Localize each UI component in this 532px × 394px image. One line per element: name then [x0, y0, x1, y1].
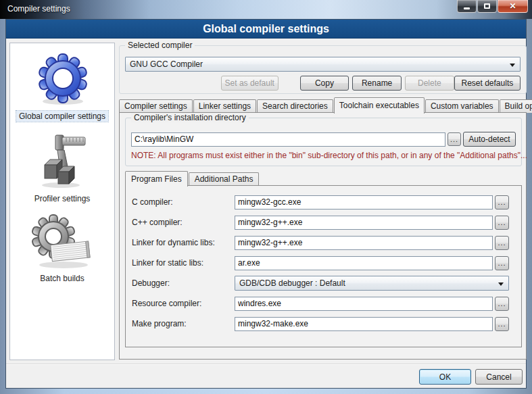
compiler-select[interactable]: GNU GCC Compiler — [125, 57, 521, 72]
sidebar-item-global-compiler-settings[interactable]: Global compiler settings — [10, 43, 114, 122]
selected-compiler-group: Selected compiler GNU GCC Compiler Set a… — [119, 45, 527, 94]
browse-cpp-compiler-button[interactable]: ... — [495, 216, 509, 230]
set-as-default-button[interactable]: Set as default — [221, 76, 279, 91]
sidebar-item-label: Profiler settings — [32, 193, 93, 204]
tab-additional-paths[interactable]: Additional Paths — [189, 172, 260, 186]
settings-category-list: Global compiler settings — [9, 43, 115, 360]
field-row-dynamic-linker: Linker for dynamic libs: ... — [132, 235, 509, 250]
tab-search-directories[interactable]: Search directories — [257, 99, 333, 113]
field-label: Linker for dynamic libs: — [132, 238, 235, 247]
c-compiler-input[interactable] — [235, 195, 493, 210]
toolchain-executables-page: Compiler's installation directory ... Au… — [119, 112, 527, 360]
field-label: Debugger: — [132, 278, 235, 288]
installation-note: NOTE: All programs must exist either in … — [131, 151, 527, 160]
global-compiler-settings-icon — [33, 53, 91, 107]
tab-custom-variables[interactable]: Custom variables — [425, 99, 499, 113]
title-bar[interactable]: Compiler settings ✕ — [0, 0, 532, 19]
field-label: C++ compiler: — [132, 218, 235, 227]
installation-directory-row: ... Auto-detect — [131, 132, 516, 147]
field-row-make-program: Make program: ... — [132, 316, 509, 331]
tab-linker-settings[interactable]: Linker settings — [193, 99, 256, 113]
reset-defaults-button[interactable]: Reset defaults — [454, 76, 521, 91]
browse-dynamic-linker-button[interactable]: ... — [495, 236, 509, 250]
sidebar-item-label: Batch builds — [37, 273, 87, 284]
compiler-actions: Set as default Copy Rename Delete Reset … — [125, 76, 521, 91]
field-label: Resource compiler: — [132, 299, 235, 308]
compiler-select-value: GNU GCC Compiler — [130, 59, 203, 69]
tab-program-files[interactable]: Program Files — [125, 171, 188, 187]
installation-directory-input[interactable] — [131, 132, 445, 147]
cpp-compiler-input[interactable] — [235, 216, 493, 230]
resource-compiler-input[interactable] — [235, 297, 493, 311]
browse-directory-button[interactable]: ... — [448, 132, 461, 146]
close-button[interactable]: ✕ — [498, 0, 528, 13]
debugger-select[interactable]: GDB/CDB debugger : Default — [235, 276, 509, 291]
field-row-cpp-compiler: C++ compiler: ... — [132, 215, 509, 230]
browse-static-linker-button[interactable]: ... — [495, 256, 509, 270]
field-row-c-compiler: C compiler: ... — [132, 195, 509, 210]
field-row-static-linker: Linker for static libs: ... — [132, 255, 509, 270]
window-controls: ✕ — [456, 0, 528, 13]
batch-builds-icon — [30, 214, 95, 269]
field-label: Make program: — [132, 319, 235, 328]
profiler-settings-icon — [35, 131, 89, 189]
static-linker-input[interactable] — [235, 256, 493, 270]
field-row-debugger: Debugger: GDB/CDB debugger : Default — [132, 276, 509, 291]
compiler-settings-window: Compiler settings ✕ Global compiler sett… — [0, 0, 532, 394]
program-tab-strip: Program Files Additional Paths — [125, 170, 260, 186]
tab-toolchain-executables[interactable]: Toolchain executables — [334, 97, 425, 114]
maximize-button[interactable] — [477, 0, 497, 13]
program-files-panel: C compiler: ... C++ compiler: ... Linker… — [125, 185, 522, 347]
browse-resource-compiler-button[interactable]: ... — [495, 297, 509, 311]
sidebar-item-label: Global compiler settings — [16, 111, 108, 122]
dynamic-linker-input[interactable] — [235, 236, 493, 250]
field-label: Linker for static libs: — [132, 258, 235, 268]
minimize-icon — [464, 7, 470, 9]
sidebar-item-batch-builds[interactable]: Batch builds — [10, 204, 114, 284]
tab-build-options[interactable]: Build options — [500, 99, 532, 113]
footer-divider — [6, 364, 526, 365]
maximize-icon — [484, 3, 490, 9]
dialog-content: Global compiler settings — [5, 19, 527, 389]
cancel-button[interactable]: Cancel — [475, 369, 523, 385]
ok-button[interactable]: OK — [419, 369, 471, 385]
debugger-select-value: GDB/CDB debugger : Default — [239, 278, 345, 288]
page-title: Global compiler settings — [6, 20, 526, 39]
make-program-input[interactable] — [235, 317, 493, 331]
selected-compiler-group-label: Selected compiler — [125, 41, 195, 50]
field-row-resource-compiler: Resource compiler: ... — [132, 296, 509, 311]
browse-c-compiler-button[interactable]: ... — [495, 195, 509, 210]
close-icon: ✕ — [509, 1, 516, 11]
browse-make-program-button[interactable]: ... — [495, 317, 509, 331]
installation-directory-group-label: Compiler's installation directory — [131, 113, 249, 122]
dialog-body: Global compiler settings — [6, 39, 526, 388]
rename-button[interactable]: Rename — [352, 76, 402, 91]
minimize-button[interactable] — [457, 0, 477, 13]
tab-compiler-settings[interactable]: Compiler settings — [119, 99, 193, 113]
chevron-down-icon — [510, 64, 515, 67]
auto-detect-button[interactable]: Auto-detect — [463, 132, 516, 147]
window-title: Compiler settings — [7, 4, 70, 14]
copy-button[interactable]: Copy — [300, 76, 349, 91]
installation-directory-group: Compiler's installation directory ... Au… — [125, 118, 522, 166]
field-label: C compiler: — [132, 197, 235, 207]
delete-button[interactable]: Delete — [405, 76, 454, 91]
sidebar-item-profiler-settings[interactable]: Profiler settings — [10, 122, 114, 204]
chevron-down-icon — [498, 282, 504, 286]
settings-tab-strip: Compiler settings Linker settings Search… — [119, 97, 525, 113]
